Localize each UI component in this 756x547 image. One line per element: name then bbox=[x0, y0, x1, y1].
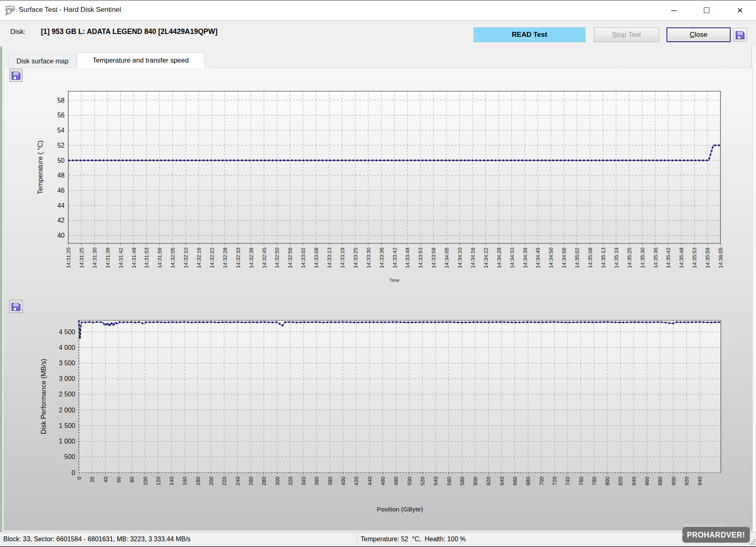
save-temperature-chart-button[interactable] bbox=[9, 69, 22, 82]
title-bar: Surface Test - Hard Disk Sentinel ─ ☐ ✕ bbox=[0, 0, 756, 20]
prohardver-badge: PROHARDVER! bbox=[682, 527, 750, 542]
watermark-text: PROHARDVER! bbox=[687, 530, 745, 540]
resize-grip[interactable] bbox=[749, 539, 755, 545]
read-test-button[interactable]: READ Test bbox=[473, 27, 586, 42]
floppy-icon bbox=[735, 30, 745, 40]
surface-test-window: Surface Test - Hard Disk Sentinel ─ ☐ ✕ … bbox=[0, 0, 756, 547]
status-block-info: Block: 33, Sector: 6601584 - 6801631, MB… bbox=[3, 536, 191, 543]
status-bar: Block: 33, Sector: 6601584 - 6801631, MB… bbox=[0, 532, 756, 547]
stop-test-button[interactable]: Stop Test bbox=[594, 27, 659, 42]
disk-value: [1] 953 GB L: ADATA LEGEND 840 [2L4429A1… bbox=[41, 27, 218, 36]
minimize-button[interactable]: ─ bbox=[661, 0, 687, 20]
window-title: Surface Test - Hard Disk Sentinel bbox=[19, 6, 121, 14]
save-button[interactable] bbox=[733, 28, 747, 42]
app-icon bbox=[4, 4, 16, 16]
toolbar: Disk: [1] 953 GB L: ADATA LEGEND 840 [2L… bbox=[0, 20, 756, 47]
status-divider bbox=[357, 533, 358, 545]
close-button[interactable]: Close bbox=[666, 27, 731, 42]
close-window-button[interactable]: ✕ bbox=[727, 0, 753, 20]
tab-disk-surface-map[interactable]: Disk surface map bbox=[9, 54, 76, 68]
floppy-icon bbox=[11, 302, 21, 311]
tab-temperature-transfer-speed[interactable]: Temperature and transfer speed bbox=[77, 52, 204, 68]
save-performance-chart-button[interactable] bbox=[9, 300, 22, 313]
prohardver-logo-icon bbox=[682, 529, 684, 541]
maximize-button[interactable]: ☐ bbox=[693, 0, 720, 20]
disk-label: Disk: bbox=[10, 28, 26, 36]
floppy-icon bbox=[11, 70, 21, 80]
status-temp-health: Temperature: 52 °C, Health: 100 % bbox=[361, 536, 466, 543]
tab-content-panel bbox=[3, 68, 753, 531]
window-left-border bbox=[0, 20, 2, 547]
